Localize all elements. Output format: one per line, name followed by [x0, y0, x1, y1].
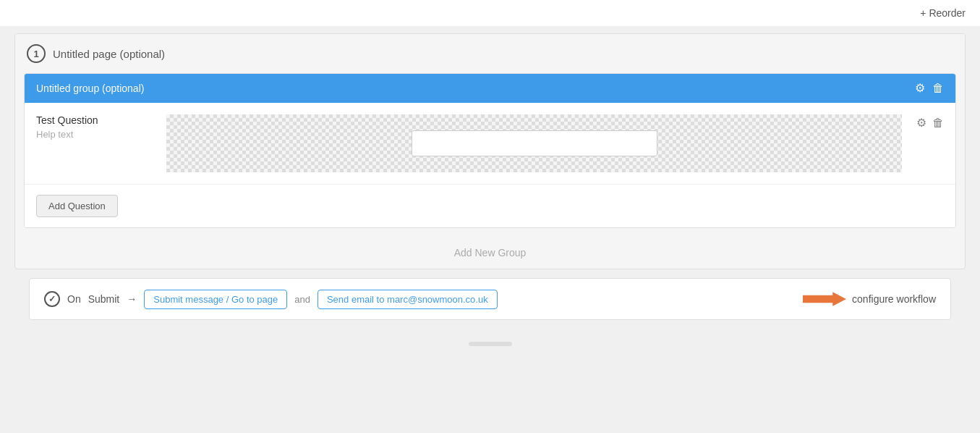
group-title: Untitled group (optional) [36, 83, 144, 94]
configure-arrow-icon [803, 289, 846, 309]
scrollbar-area [0, 335, 980, 353]
group-settings-button[interactable]: ⚙ [915, 83, 925, 94]
on-label: On [67, 293, 81, 305]
configure-workflow-area: configure workflow [803, 289, 936, 309]
question-input-area [166, 114, 902, 172]
reorder-label: + Reorder [920, 7, 966, 19]
arrow-label: → [127, 293, 137, 305]
question-label: Test Question [36, 114, 152, 126]
group-container: Untitled group (optional) ⚙ 🗑 Test Quest… [24, 73, 956, 228]
checkmark-icon: ✓ [48, 294, 56, 304]
action-tag-1[interactable]: Submit message / Go to page [144, 290, 287, 309]
add-question-button[interactable]: Add Question [36, 195, 118, 217]
group-actions: ⚙ 🗑 [915, 83, 944, 94]
question-input-preview[interactable] [412, 130, 657, 156]
question-label-area: Test Question Help text [36, 114, 152, 140]
question-settings-button[interactable]: ⚙ [916, 117, 926, 129]
question-help-text: Help text [36, 129, 152, 140]
top-bar: + Reorder [0, 0, 980, 26]
page-title: Untitled page (optional) [53, 48, 165, 60]
page-header: 1 Untitled page (optional) [15, 34, 965, 73]
add-question-section: Add Question [25, 184, 955, 227]
add-new-group-label: Add New Group [454, 247, 527, 258]
question-row: Test Question Help text ⚙ 🗑 [25, 103, 955, 184]
main-container: 1 Untitled page (optional) Untitled grou… [0, 26, 980, 335]
group-header: Untitled group (optional) ⚙ 🗑 [25, 74, 955, 103]
add-new-group[interactable]: Add New Group [15, 237, 965, 269]
scrollbar-track[interactable] [469, 342, 512, 346]
workflow-bar: ✓ On Submit → Submit message / Go to pag… [29, 278, 951, 320]
page-section: 1 Untitled page (optional) Untitled grou… [14, 33, 966, 269]
submit-checkbox[interactable]: ✓ [44, 291, 60, 307]
action-tag-2[interactable]: Send email to marc@snowmoon.co.uk [318, 290, 498, 309]
group-delete-button[interactable]: 🗑 [932, 83, 944, 94]
submit-label: Submit [88, 293, 120, 305]
reorder-button[interactable]: + Reorder [920, 7, 966, 19]
page-number: 1 [27, 44, 46, 63]
and-label: and [294, 294, 310, 305]
question-row-actions: ⚙ 🗑 [916, 114, 944, 129]
checkered-background [166, 114, 902, 172]
configure-label[interactable]: configure workflow [852, 293, 936, 305]
svg-marker-0 [803, 292, 846, 306]
question-delete-button[interactable]: 🗑 [932, 117, 944, 129]
